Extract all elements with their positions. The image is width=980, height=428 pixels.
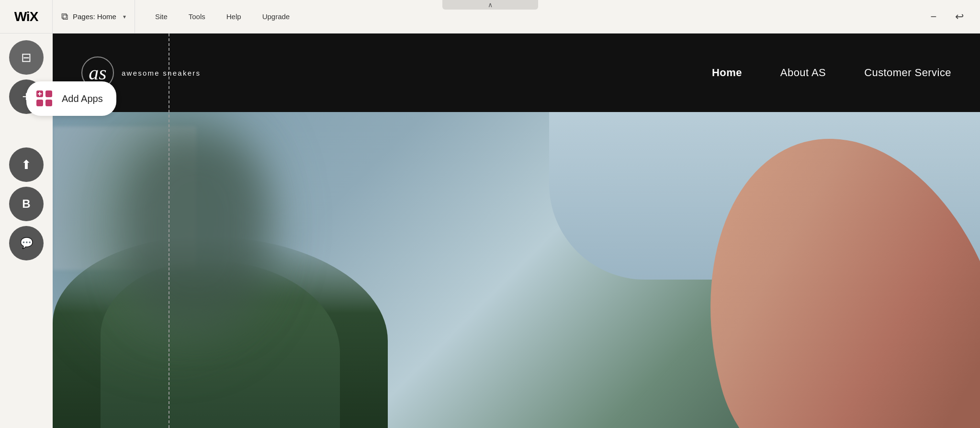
- zoom-out-button[interactable]: −: [924, 8, 943, 26]
- site-nav-links: Home About AS Customer Service: [712, 67, 951, 79]
- add-apps-label: Add Apps: [62, 93, 103, 104]
- site-logo-text: awesome sneakers: [122, 69, 201, 77]
- apps-dot-2: [45, 90, 52, 97]
- hero-bg-blur-2: [124, 136, 268, 327]
- wix-logo: WiX: [14, 9, 38, 24]
- site-nav-customer-service[interactable]: Customer Service: [864, 67, 951, 79]
- pages-label: Pages: Home: [73, 12, 116, 21]
- toolbar-tools-menu[interactable]: Tools: [178, 0, 216, 33]
- blog-icon: B: [22, 197, 30, 211]
- pages-copy-icon: ⧉: [61, 11, 68, 22]
- apps-grid-icon: [36, 90, 53, 107]
- toolbar: WiX ⧉ Pages: Home ▾ Site Tools Help Upgr…: [0, 0, 980, 34]
- site-navbar: as awesome sneakers Home About AS Custom…: [53, 34, 980, 112]
- sidebar-blog-button[interactable]: B: [9, 187, 44, 221]
- pages-dropdown[interactable]: ⧉ Pages: Home ▾: [53, 0, 135, 33]
- toolbar-nav: Site Tools Help Upgrade: [145, 0, 300, 33]
- undo-button[interactable]: ↩: [950, 8, 969, 26]
- apps-dot-1: [36, 90, 43, 97]
- toolbar-site-menu[interactable]: Site: [145, 0, 178, 33]
- guide-line: [169, 34, 169, 428]
- hero-area: [53, 112, 980, 428]
- collapse-handle[interactable]: ∧: [442, 0, 538, 10]
- sidebar-pages-button[interactable]: ⊟: [9, 40, 44, 75]
- site-nav-home[interactable]: Home: [712, 67, 742, 79]
- website-preview: as awesome sneakers Home About AS Custom…: [53, 34, 980, 428]
- toolbar-right: − ↩: [924, 8, 980, 26]
- canvas-area: as awesome sneakers Home About AS Custom…: [53, 34, 980, 428]
- wix-logo-area: WiX: [0, 0, 53, 33]
- sidebar-chat-button[interactable]: 💬: [9, 226, 44, 260]
- site-nav-about[interactable]: About AS: [780, 67, 826, 79]
- chat-icon: 💬: [20, 237, 33, 249]
- apps-dot-4: [45, 100, 52, 106]
- add-apps-tooltip[interactable]: Add Apps: [26, 81, 116, 116]
- pages-icon: ⊟: [21, 50, 32, 65]
- apps-dot-3: [36, 100, 43, 106]
- pages-chevron-icon: ▾: [123, 13, 126, 20]
- upload-icon: ⬆: [21, 158, 32, 172]
- add-apps-icon-wrap: [34, 88, 55, 109]
- toolbar-upgrade-menu[interactable]: Upgrade: [252, 0, 301, 33]
- sidebar-upload-button[interactable]: ⬆: [9, 147, 44, 182]
- toolbar-help-menu[interactable]: Help: [216, 0, 252, 33]
- collapse-chevron-icon: ∧: [488, 1, 493, 9]
